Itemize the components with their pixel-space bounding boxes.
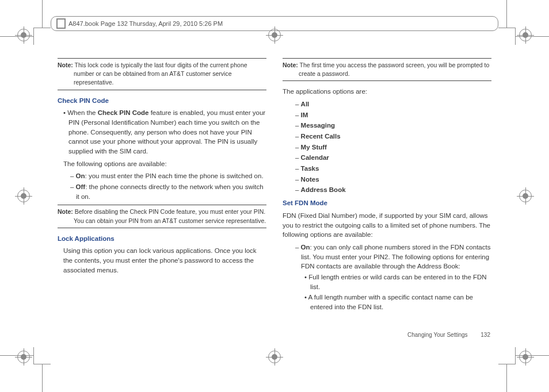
- app-option: Messaging: [295, 121, 491, 130]
- options-intro: The following options are available:: [63, 159, 266, 169]
- note-password: Note: The first time you access the pass…: [283, 58, 491, 81]
- option-off: Off: the phone connects directly to the …: [70, 182, 266, 201]
- app-option: Notes: [295, 175, 491, 185]
- lock-apps-description: Using this option you can lock various a…: [63, 246, 266, 275]
- fdn-sub-bullet: Full length entries or wild cards can be…: [304, 272, 491, 291]
- note-lock-code: Note: This lock code is typically the la…: [58, 58, 266, 90]
- note-text: This lock code is typically the last fou…: [74, 62, 247, 86]
- app-option: Calendar: [295, 153, 491, 163]
- app-option: All: [295, 99, 491, 109]
- registration-mark-icon: [17, 351, 30, 363]
- left-column: Note: This lock code is typically the la…: [58, 55, 266, 335]
- app-option: IM: [295, 110, 491, 120]
- registration-mark-icon: [519, 351, 532, 363]
- note-text: Before disabling the Check PIN Code feat…: [74, 208, 266, 224]
- document-icon: [57, 19, 65, 28]
- registration-mark-icon: [17, 29, 30, 41]
- note-text: The first time you access the password s…: [299, 62, 489, 77]
- subhead-lock-apps: Lock Applications: [58, 234, 266, 244]
- footer-section: Changing Your Settings: [407, 332, 468, 338]
- apps-options-intro: The applications options are:: [283, 87, 491, 97]
- note-label: Note:: [58, 62, 73, 68]
- check-pin-description: When the Check PIN Code feature is enabl…: [63, 108, 266, 156]
- app-option: Recent Calls: [295, 132, 491, 141]
- right-column: Note: The first time you access the pass…: [283, 55, 491, 335]
- app-option: My Stuff: [295, 143, 491, 152]
- note-disable-pin: Note: Before disabling the Check PIN Cod…: [58, 205, 266, 228]
- option-on: On: you must enter the PIN each time the…: [70, 171, 266, 181]
- registration-mark-icon: [268, 351, 281, 363]
- page-footer: Changing Your Settings 132: [407, 332, 490, 338]
- fdn-option-on: On: you can only call phone numbers stor…: [295, 243, 491, 271]
- app-option: Tasks: [295, 164, 491, 174]
- registration-mark-icon: [519, 29, 532, 41]
- fdn-sub-bullet: A full length number with a specific con…: [304, 293, 491, 312]
- registration-mark-icon: [519, 190, 532, 202]
- subhead-fdn-mode: Set FDN Mode: [283, 198, 491, 208]
- note-label: Note:: [283, 62, 298, 68]
- registration-mark-icon: [17, 190, 30, 202]
- header-filename: A847.book Page 132 Thursday, April 29, 2…: [68, 20, 223, 27]
- footer-page-number: 132: [481, 332, 490, 338]
- app-option: Address Book: [295, 185, 491, 195]
- page-body: Note: This lock code is typically the la…: [58, 55, 491, 335]
- note-label: Note:: [58, 208, 73, 215]
- subhead-check-pin: Check PIN Code: [58, 96, 266, 106]
- page-header-bar: A847.book Page 132 Thursday, April 29, 2…: [51, 16, 498, 31]
- fdn-description: FDN (Fixed Dial Number) mode, if support…: [283, 211, 491, 240]
